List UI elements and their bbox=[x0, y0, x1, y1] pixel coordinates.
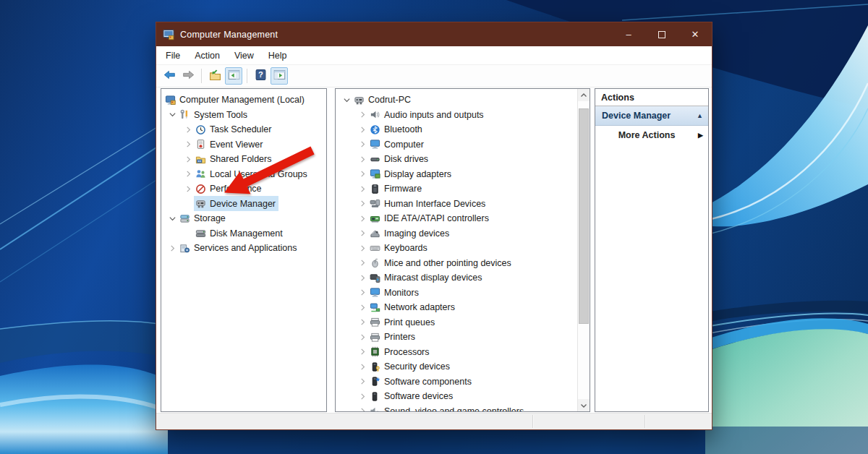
menu-item-file[interactable]: File bbox=[158, 48, 187, 64]
chevron-right-icon[interactable] bbox=[356, 406, 369, 411]
tree-item-content[interactable]: Miracast display devices bbox=[369, 271, 484, 285]
tree-item-content[interactable]: Audio inputs and outputs bbox=[369, 108, 486, 121]
tree-item-content[interactable]: Bluetooth bbox=[369, 123, 425, 137]
tree-item-content[interactable]: Shared Folders bbox=[195, 153, 273, 166]
chevron-right-icon[interactable] bbox=[356, 272, 369, 283]
tree-item-processors[interactable]: Processors bbox=[336, 345, 577, 360]
show-hide-console-tree-button[interactable] bbox=[206, 67, 224, 85]
tree-item-content[interactable]: Software devices bbox=[369, 390, 455, 403]
tree-item-human-interface-devices[interactable]: Human Interface Devices bbox=[336, 197, 577, 212]
tree-item-content[interactable]: Sound, video and game controllers bbox=[369, 404, 526, 411]
tree-item-performance[interactable]: Performance bbox=[161, 181, 326, 197]
tree-item-content[interactable]: Print queues bbox=[369, 315, 437, 329]
tree-item-content[interactable]: Human Interface Devices bbox=[369, 197, 488, 210]
chevron-down-icon[interactable] bbox=[166, 109, 179, 121]
chevron-right-icon[interactable] bbox=[356, 376, 369, 387]
tree-item-audio-inputs-and-outputs[interactable]: Audio inputs and outputs bbox=[336, 108, 577, 123]
tree-item-content[interactable]: Computer Management (Local) bbox=[164, 93, 307, 107]
tree-item-system-tools[interactable]: System Tools bbox=[161, 108, 326, 123]
tree-item-content[interactable]: Codrut-PC bbox=[353, 93, 413, 107]
tree-item-content[interactable]: Imaging devices bbox=[369, 226, 451, 240]
maximize-button[interactable] bbox=[645, 22, 678, 46]
tree-item-software-components[interactable]: Software components bbox=[336, 374, 577, 390]
minimize-button[interactable]: – bbox=[612, 22, 645, 46]
tree-item-content[interactable]: Software components bbox=[369, 374, 474, 388]
tree-item-computer-management-local[interactable]: Computer Management (Local) bbox=[161, 93, 326, 108]
tree-item-network-adapters[interactable]: Network adapters bbox=[336, 300, 577, 315]
tree-item-miracast-display-devices[interactable]: Miracast display devices bbox=[336, 270, 577, 286]
tree-item-display-adapters[interactable]: Display adapters bbox=[336, 167, 577, 182]
tree-item-firmware[interactable]: Firmware bbox=[336, 181, 577, 197]
chevron-right-icon[interactable] bbox=[356, 361, 369, 372]
tree-item-content[interactable]: Monitors bbox=[369, 286, 421, 299]
show-hide-action-pane-button[interactable] bbox=[271, 67, 288, 85]
tree-item-disk-management[interactable]: Disk Management bbox=[161, 226, 326, 241]
back-button[interactable] bbox=[161, 67, 178, 85]
tree-item-content[interactable]: Services and Applications bbox=[179, 241, 299, 255]
tree-item-services-and-applications[interactable]: Services and Applications bbox=[161, 241, 326, 256]
tree-item-content[interactable]: IDE ATA/ATAPI controllers bbox=[369, 212, 491, 226]
chevron-right-icon[interactable] bbox=[356, 346, 369, 358]
menu-item-view[interactable]: View bbox=[227, 48, 261, 64]
chevron-right-icon[interactable] bbox=[356, 317, 369, 328]
scroll-down-arrow[interactable] bbox=[578, 399, 590, 411]
tree-item-security-devices[interactable]: Security devices bbox=[336, 359, 577, 374]
menu-item-action[interactable]: Action bbox=[187, 48, 227, 64]
actions-section-device-manager[interactable]: Device Manager ▲ bbox=[595, 106, 708, 126]
tree-item-content[interactable]: Performance bbox=[195, 182, 264, 196]
chevron-right-icon[interactable] bbox=[356, 183, 369, 194]
tree-item-disk-drives[interactable]: Disk drives bbox=[336, 152, 577, 167]
tree-item-task-scheduler[interactable]: Task Scheduler bbox=[161, 122, 326, 137]
tree-item-content[interactable]: Computer bbox=[369, 137, 426, 151]
more-actions-item[interactable]: More Actions ▶ bbox=[595, 126, 708, 145]
chevron-right-icon[interactable] bbox=[356, 331, 369, 343]
chevron-right-icon[interactable] bbox=[166, 242, 179, 254]
chevron-right-icon[interactable] bbox=[182, 183, 195, 194]
chevron-right-icon[interactable] bbox=[182, 124, 195, 135]
tree-item-monitors[interactable]: Monitors bbox=[336, 286, 577, 301]
tree-item-local-users-and-groups[interactable]: Local Users and Groups bbox=[161, 167, 326, 182]
tree-item-content[interactable]: Printers bbox=[369, 330, 417, 344]
collapse-section-icon[interactable]: ▲ bbox=[697, 112, 703, 119]
tree-item-codrut-pc[interactable]: Codrut-PC bbox=[336, 93, 577, 108]
chevron-right-icon[interactable] bbox=[356, 198, 369, 210]
tree-item-shared-folders[interactable]: Shared Folders bbox=[161, 152, 326, 167]
chevron-right-icon[interactable] bbox=[356, 124, 369, 135]
tree-item-content[interactable]: Local Users and Groups bbox=[195, 167, 310, 181]
help-button[interactable]: ? bbox=[252, 67, 269, 85]
chevron-right-icon[interactable] bbox=[182, 153, 195, 165]
tree-item-keyboards[interactable]: Keyboards bbox=[336, 241, 577, 256]
tree-item-content[interactable]: Keyboards bbox=[369, 241, 430, 255]
scrollbar-thumb[interactable] bbox=[579, 108, 589, 324]
chevron-right-icon[interactable] bbox=[356, 139, 369, 150]
tree-item-content[interactable]: Firmware bbox=[369, 182, 424, 196]
tree-item-content[interactable]: Display adapters bbox=[369, 167, 454, 181]
chevron-right-icon[interactable] bbox=[356, 153, 369, 165]
tree-item-imaging-devices[interactable]: Imaging devices bbox=[336, 226, 577, 241]
tree-item-printers[interactable]: Printers bbox=[336, 330, 577, 345]
tree-item-sound-video-and-game-controllers[interactable]: Sound, video and game controllers bbox=[336, 404, 577, 412]
tree-item-content[interactable]: Processors bbox=[369, 345, 432, 359]
menu-item-help[interactable]: Help bbox=[261, 48, 294, 64]
title-bar[interactable]: Computer Management – ✕ bbox=[156, 22, 712, 46]
chevron-down-icon[interactable] bbox=[166, 213, 179, 224]
tree-item-content[interactable]: Mice and other pointing devices bbox=[369, 256, 514, 270]
chevron-right-icon[interactable] bbox=[182, 139, 195, 150]
tree-item-print-queues[interactable]: Print queues bbox=[336, 315, 577, 330]
chevron-right-icon[interactable] bbox=[356, 168, 369, 180]
scroll-up-arrow[interactable] bbox=[578, 89, 590, 101]
console-window-toggle-button[interactable] bbox=[225, 67, 242, 85]
tree-item-storage[interactable]: Storage bbox=[161, 211, 326, 226]
chevron-right-icon[interactable] bbox=[356, 301, 369, 313]
tree-item-content[interactable]: Security devices bbox=[369, 360, 452, 374]
tree-item-event-viewer[interactable]: Event Viewer bbox=[161, 137, 326, 153]
chevron-right-icon[interactable] bbox=[356, 228, 369, 239]
tree-item-content[interactable]: Disk Management bbox=[195, 226, 285, 240]
chevron-right-icon[interactable] bbox=[356, 242, 369, 254]
chevron-right-icon[interactable] bbox=[356, 257, 369, 269]
tree-item-content[interactable]: Storage bbox=[179, 212, 228, 226]
chevron-right-icon[interactable] bbox=[356, 213, 369, 224]
chevron-down-icon[interactable] bbox=[340, 94, 353, 106]
tree-item-content[interactable]: Task Scheduler bbox=[195, 123, 273, 137]
tree-item-ide-ata-atapi-controllers[interactable]: IDE ATA/ATAPI controllers bbox=[336, 211, 577, 226]
